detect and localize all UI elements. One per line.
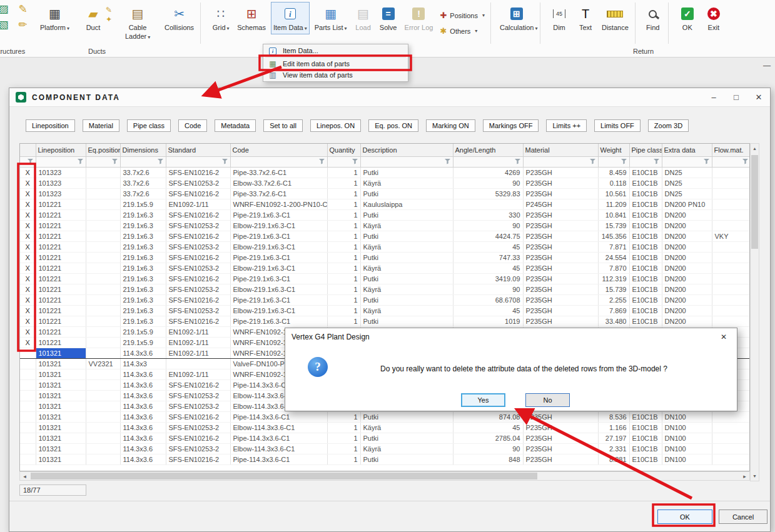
structure-icon[interactable]: ▨ xyxy=(0,3,12,16)
cell[interactable] xyxy=(86,284,120,294)
ribbon-item-platform[interactable]: ▦Platform▾ xyxy=(38,2,72,34)
filter-cell-pipe-class[interactable] xyxy=(629,156,662,167)
cell[interactable]: P235GH xyxy=(523,188,598,199)
cell[interactable]: 101221 xyxy=(36,241,86,252)
row-select-cell[interactable]: X xyxy=(20,241,36,252)
cell[interactable]: 101321 xyxy=(36,369,86,379)
table-row[interactable]: X101221219.1x6.3SFS-EN10253-2Elbow-219.1… xyxy=(20,284,750,294)
cell[interactable]: 219.1x6.3 xyxy=(120,231,166,241)
cell[interactable]: 219.1x6.3 xyxy=(120,252,166,263)
row-select-cell[interactable]: X xyxy=(20,220,36,231)
filter-icon[interactable] xyxy=(515,159,521,164)
cell[interactable]: 1 xyxy=(327,443,360,454)
cell[interactable] xyxy=(712,316,750,326)
cell[interactable] xyxy=(712,411,750,422)
cell[interactable] xyxy=(86,422,120,433)
menu-item-item-data[interactable]: i Item Data... xyxy=(263,45,408,56)
ribbon-item-parts-list[interactable]: ▦Parts List▾ xyxy=(312,2,350,34)
cell[interactable]: 24.554 xyxy=(598,252,629,263)
close-icon[interactable]: ✕ xyxy=(747,88,770,106)
cell[interactable]: 219.1x5.9 xyxy=(120,337,166,348)
cell[interactable]: SFS-EN10216-2 xyxy=(166,454,230,464)
cell[interactable]: Elbow-114.3x3.6-C1 xyxy=(230,422,327,433)
cell[interactable]: 101321 xyxy=(36,390,86,401)
cell[interactable]: 15.739 xyxy=(598,220,629,231)
cell[interactable]: Pipe-219.1x6.3-C1 xyxy=(230,273,327,284)
cell[interactable]: 101221 xyxy=(36,316,86,326)
cell[interactable] xyxy=(712,273,750,284)
row-select-cell[interactable]: X xyxy=(20,273,36,284)
cell[interactable]: 114.3x3 xyxy=(120,358,166,369)
cell[interactable]: Käyrä xyxy=(360,305,453,316)
cell[interactable]: SFS-EN10216-2 xyxy=(166,231,230,241)
cell[interactable]: DN25 xyxy=(662,188,712,199)
scroll-right-icon[interactable]: ▸ xyxy=(740,472,749,480)
table-row[interactable]: X101221219.1x6.3SFS-EN10253-2Elbow-219.1… xyxy=(20,305,750,316)
cell[interactable]: 33.7x2.6 xyxy=(120,188,166,199)
cell[interactable]: 90 xyxy=(453,443,523,454)
filter-cell-weight[interactable] xyxy=(598,156,629,167)
cell[interactable]: 219.1x5.9 xyxy=(120,199,166,209)
cell[interactable] xyxy=(86,326,120,337)
cell[interactable]: 1 xyxy=(327,422,360,433)
cell[interactable]: SFS-EN10253-2 xyxy=(166,390,230,401)
cell[interactable]: 101221 xyxy=(36,231,86,241)
cell[interactable]: 2.331 xyxy=(598,443,629,454)
cell[interactable]: 1 xyxy=(327,454,360,464)
cell[interactable] xyxy=(86,263,120,273)
row-select-cell[interactable]: X xyxy=(20,316,36,326)
cell[interactable] xyxy=(86,252,120,263)
cell[interactable]: DN200 xyxy=(662,263,712,273)
cell[interactable]: EN1092-1/11 xyxy=(166,337,230,348)
cell[interactable]: 114.3x3.6 xyxy=(120,379,166,390)
filter-icon[interactable] xyxy=(112,159,118,164)
cell[interactable]: 114.3x3.6 xyxy=(120,411,166,422)
cd-toolbar-limits[interactable]: Limits ++ xyxy=(546,119,587,132)
table-row[interactable]: X101221219.1x6.3SFS-EN10216-2Pipe-219.1x… xyxy=(20,231,750,241)
ribbon-item-schemas[interactable]: ⊞Schemas xyxy=(235,2,268,34)
cell[interactable]: Pipe-33.7x2.6-C1 xyxy=(230,188,327,199)
cd-toolbar-material[interactable]: Material xyxy=(83,119,119,132)
cell[interactable]: 101221 xyxy=(36,263,86,273)
cell[interactable]: SFS-EN10253-2 xyxy=(166,401,230,411)
cell[interactable]: Käyrä xyxy=(360,241,453,252)
cell[interactable]: EN1092-1/11 xyxy=(166,326,230,337)
cell[interactable]: E10C1B xyxy=(629,178,662,188)
cell[interactable]: 1 xyxy=(327,188,360,199)
cell[interactable]: SFS-EN10253-2 xyxy=(166,263,230,273)
filter-icon[interactable] xyxy=(742,159,749,164)
col-header-standard[interactable]: Standard xyxy=(166,144,230,156)
cell[interactable]: E10C1B xyxy=(629,422,662,433)
table-row[interactable]: X101221219.1x6.3SFS-EN10216-2Pipe-219.1x… xyxy=(20,252,750,263)
cell[interactable]: 101221 xyxy=(36,209,86,220)
cell[interactable]: 0.118 xyxy=(598,178,629,188)
cell[interactable]: P235GH xyxy=(523,294,598,305)
cell[interactable]: E10C1B xyxy=(629,316,662,326)
cell[interactable]: P245GH xyxy=(523,199,598,209)
cell[interactable]: P235GH xyxy=(523,454,598,464)
cell[interactable]: 1 xyxy=(327,294,360,305)
row-select-cell[interactable] xyxy=(20,401,36,411)
cell[interactable]: E10C1B xyxy=(629,252,662,263)
table-row[interactable]: X10132333.7x2.6SFS-EN10216-2Pipe-33.7x2.… xyxy=(20,188,750,199)
minimize-icon[interactable]: – xyxy=(702,88,725,106)
table-row[interactable]: X10132333.7x2.6SFS-EN10216-2Pipe-33.7x2.… xyxy=(20,167,750,178)
col-header-extra-data[interactable]: Extra data xyxy=(662,144,712,156)
cell[interactable]: 219.1x6.3 xyxy=(120,284,166,294)
cell[interactable]: 1 xyxy=(327,167,360,178)
cell[interactable]: Putki xyxy=(360,209,453,220)
cell[interactable] xyxy=(86,433,120,443)
cell[interactable]: P235GH xyxy=(523,411,598,422)
cell[interactable]: DN25 xyxy=(662,178,712,188)
cd-toolbar-pipe-class[interactable]: Pipe class xyxy=(127,119,171,132)
cell[interactable]: 8.536 xyxy=(598,411,629,422)
row-select-cell[interactable]: X xyxy=(20,178,36,188)
cell[interactable]: P235GH xyxy=(523,273,598,284)
cell[interactable]: Käyrä xyxy=(360,220,453,231)
cell[interactable]: 330 xyxy=(453,209,523,220)
cell[interactable]: Käyrä xyxy=(360,443,453,454)
component-data-titlebar[interactable]: COMPONENT DATA – □ ✕ xyxy=(9,88,770,107)
cell[interactable]: DN200 xyxy=(662,220,712,231)
cell[interactable]: Putki xyxy=(360,188,453,199)
cell[interactable]: E10C1B xyxy=(629,167,662,178)
